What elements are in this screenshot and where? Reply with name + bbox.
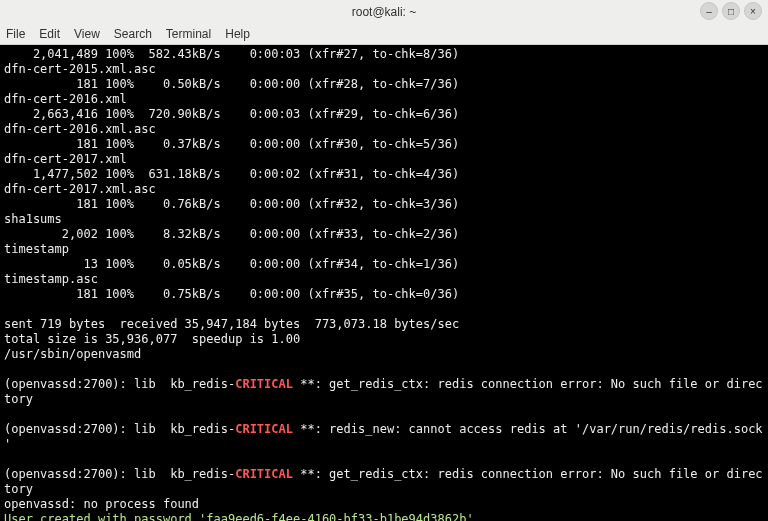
menu-view[interactable]: View: [74, 27, 100, 41]
log-line: 2,041,489 100% 582.43kB/s 0:00:03 (xfr#2…: [4, 47, 459, 61]
log-line: **: get_redis_ctx: redis connection erro…: [293, 377, 763, 391]
window-controls: – □ ×: [700, 2, 762, 20]
user-created-line: User created with password 'faa9eed6-f4e…: [4, 512, 481, 521]
log-line: sha1sums: [4, 212, 62, 226]
window-titlebar: root@kali: ~ – □ ×: [0, 0, 768, 24]
log-line: sent 719 bytes received 35,947,184 bytes…: [4, 317, 459, 331]
log-line: /usr/sbin/openvasmd: [4, 347, 141, 361]
log-line: 181 100% 0.75kB/s 0:00:00 (xfr#35, to-ch…: [4, 287, 459, 301]
log-line: (openvassd:2700): lib kb_redis-: [4, 377, 235, 391]
log-line: **: redis_new: cannot access redis at '/…: [293, 422, 763, 436]
log-line: total size is 35,936,077 speedup is 1.00: [4, 332, 300, 346]
log-line: 2,002 100% 8.32kB/s 0:00:00 (xfr#33, to-…: [4, 227, 459, 241]
log-line: 2,663,416 100% 720.90kB/s 0:00:03 (xfr#2…: [4, 107, 459, 121]
critical-label: CRITICAL: [235, 377, 293, 391]
log-line: 181 100% 0.50kB/s 0:00:00 (xfr#28, to-ch…: [4, 77, 459, 91]
log-line: (openvassd:2700): lib kb_redis-: [4, 422, 235, 436]
critical-label: CRITICAL: [235, 422, 293, 436]
critical-label: CRITICAL: [235, 467, 293, 481]
log-line: openvassd: no process found: [4, 497, 199, 511]
terminal-pane[interactable]: 2,041,489 100% 582.43kB/s 0:00:03 (xfr#2…: [0, 45, 768, 521]
log-line: dfn-cert-2017.xml.asc: [4, 182, 156, 196]
minimize-button[interactable]: –: [700, 2, 718, 20]
log-line: dfn-cert-2016.xml: [4, 92, 127, 106]
close-button[interactable]: ×: [744, 2, 762, 20]
menu-edit[interactable]: Edit: [39, 27, 60, 41]
log-line: 13 100% 0.05kB/s 0:00:00 (xfr#34, to-chk…: [4, 257, 459, 271]
menu-terminal[interactable]: Terminal: [166, 27, 211, 41]
log-line: timestamp: [4, 242, 69, 256]
log-line: 181 100% 0.76kB/s 0:00:00 (xfr#32, to-ch…: [4, 197, 459, 211]
menu-file[interactable]: File: [6, 27, 25, 41]
menu-help[interactable]: Help: [225, 27, 250, 41]
log-line: dfn-cert-2015.xml.asc: [4, 62, 156, 76]
log-line: **: get_redis_ctx: redis connection erro…: [293, 467, 763, 481]
log-line: timestamp.asc: [4, 272, 98, 286]
log-line: 181 100% 0.37kB/s 0:00:00 (xfr#30, to-ch…: [4, 137, 459, 151]
log-line: tory: [4, 392, 33, 406]
log-line: (openvassd:2700): lib kb_redis-: [4, 467, 235, 481]
log-line: tory: [4, 482, 33, 496]
log-line: dfn-cert-2017.xml: [4, 152, 127, 166]
maximize-button[interactable]: □: [722, 2, 740, 20]
menu-bar: File Edit View Search Terminal Help: [0, 24, 768, 45]
log-line: ': [4, 437, 11, 451]
log-line: dfn-cert-2016.xml.asc: [4, 122, 156, 136]
menu-search[interactable]: Search: [114, 27, 152, 41]
log-line: 1,477,502 100% 631.18kB/s 0:00:02 (xfr#3…: [4, 167, 459, 181]
window-title: root@kali: ~: [352, 5, 417, 19]
